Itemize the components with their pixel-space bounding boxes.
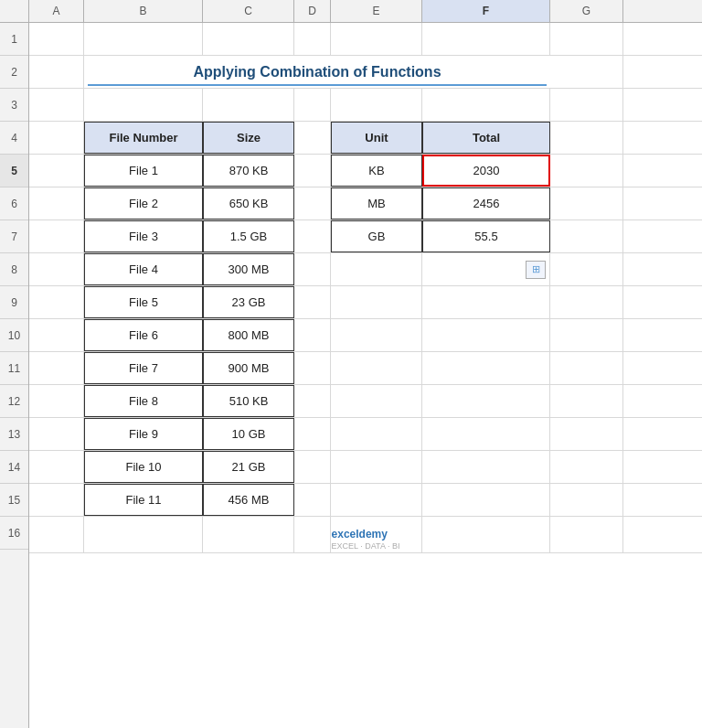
cell-b8[interactable]: File 4 — [84, 253, 203, 285]
cell-d9[interactable] — [294, 286, 331, 318]
cell-a8[interactable] — [29, 253, 84, 285]
cell-a15[interactable] — [29, 484, 84, 516]
cell-b11[interactable]: File 7 — [84, 352, 203, 384]
cell-d11[interactable] — [294, 352, 331, 384]
cell-b10[interactable]: File 6 — [84, 319, 203, 351]
cell-b6[interactable]: File 2 — [84, 187, 203, 219]
cell-g14[interactable] — [550, 451, 623, 483]
cell-c15[interactable]: 456 MB — [203, 484, 294, 516]
cell-d4[interactable] — [294, 122, 331, 154]
cell-b16[interactable] — [84, 517, 203, 552]
cell-c12[interactable]: 510 KB — [203, 385, 294, 417]
cell-f12[interactable] — [422, 385, 550, 417]
cell-a3[interactable] — [29, 89, 84, 121]
cell-c14[interactable]: 21 GB — [203, 451, 294, 483]
cell-g15[interactable] — [550, 484, 623, 516]
cell-g8[interactable] — [550, 253, 623, 285]
cell-a14[interactable] — [29, 451, 84, 483]
cell-g10[interactable] — [550, 319, 623, 351]
cell-f5[interactable]: 2030 — [422, 155, 550, 187]
cell-e10[interactable] — [331, 319, 422, 351]
cell-d6[interactable] — [294, 187, 331, 219]
cell-c6[interactable]: 650 KB — [203, 187, 294, 219]
cell-f1[interactable] — [422, 23, 550, 55]
cell-b9[interactable]: File 5 — [84, 286, 203, 318]
cell-a10[interactable] — [29, 319, 84, 351]
cell-f9[interactable] — [422, 286, 550, 318]
cell-b12[interactable]: File 8 — [84, 385, 203, 417]
cell-c9[interactable]: 23 GB — [203, 286, 294, 318]
cell-g13[interactable] — [550, 418, 623, 450]
cell-d16[interactable] — [294, 517, 331, 552]
cell-f16[interactable] — [422, 517, 550, 552]
cell-a6[interactable] — [29, 187, 84, 219]
cell-c10[interactable]: 800 MB — [203, 319, 294, 351]
cell-d7[interactable] — [294, 220, 331, 252]
cell-b3[interactable] — [84, 89, 203, 121]
cell-f15[interactable] — [422, 484, 550, 516]
cell-f6[interactable]: 2456 — [422, 187, 550, 219]
cell-g11[interactable] — [550, 352, 623, 384]
cell-b1[interactable] — [84, 23, 203, 55]
cell-c3[interactable] — [203, 89, 294, 121]
cell-e14[interactable] — [331, 451, 422, 483]
cell-d12[interactable] — [294, 385, 331, 417]
cell-g16[interactable] — [550, 517, 623, 552]
cell-e3[interactable] — [331, 89, 422, 121]
cell-b14[interactable]: File 10 — [84, 451, 203, 483]
cell-d8[interactable] — [294, 253, 331, 285]
cell-a5[interactable] — [29, 155, 84, 187]
cell-a7[interactable] — [29, 220, 84, 252]
cell-f3[interactable] — [422, 89, 550, 121]
cell-a4[interactable] — [29, 122, 84, 154]
cell-f13[interactable] — [422, 418, 550, 450]
cell-c5[interactable]: 870 KB — [203, 155, 294, 187]
cell-a16[interactable] — [29, 517, 84, 552]
cell-e1[interactable] — [331, 23, 422, 55]
cell-e15[interactable] — [331, 484, 422, 516]
cell-d13[interactable] — [294, 418, 331, 450]
cell-d14[interactable] — [294, 451, 331, 483]
cell-d1[interactable] — [294, 23, 331, 55]
cell-e5[interactable]: KB — [331, 155, 422, 187]
cell-g7[interactable] — [550, 220, 623, 252]
cell-d10[interactable] — [294, 319, 331, 351]
cell-d15[interactable] — [294, 484, 331, 516]
cell-g1[interactable] — [550, 23, 623, 55]
cell-f14[interactable] — [422, 451, 550, 483]
cell-b7[interactable]: File 3 — [84, 220, 203, 252]
cell-g9[interactable] — [550, 286, 623, 318]
cell-d3[interactable] — [294, 89, 331, 121]
cell-c16[interactable] — [203, 517, 294, 552]
cell-g6[interactable] — [550, 187, 623, 219]
cell-b13[interactable]: File 9 — [84, 418, 203, 450]
cell-f7[interactable]: 55.5 — [422, 220, 550, 252]
cell-a12[interactable] — [29, 385, 84, 417]
cell-g12[interactable] — [550, 385, 623, 417]
cell-f11[interactable] — [422, 352, 550, 384]
cell-c1[interactable] — [203, 23, 294, 55]
cell-f10[interactable] — [422, 319, 550, 351]
cell-a1[interactable] — [29, 23, 84, 55]
cell-g3[interactable] — [550, 89, 623, 121]
cell-e6[interactable]: MB — [331, 187, 422, 219]
cell-e11[interactable] — [331, 352, 422, 384]
quick-analysis-icon[interactable]: ⊞ — [526, 261, 546, 279]
cell-e8[interactable] — [331, 253, 422, 285]
cell-c8[interactable]: 300 MB — [203, 253, 294, 285]
cell-b15[interactable]: File 11 — [84, 484, 203, 516]
cell-a9[interactable] — [29, 286, 84, 318]
cell-a13[interactable] — [29, 418, 84, 450]
cell-e7[interactable]: GB — [331, 220, 422, 252]
cell-c11[interactable]: 900 MB — [203, 352, 294, 384]
cell-c13[interactable]: 10 GB — [203, 418, 294, 450]
cell-g4[interactable] — [550, 122, 623, 154]
cell-a2[interactable] — [29, 56, 84, 88]
cell-g5[interactable] — [550, 155, 623, 187]
cell-g2[interactable] — [550, 56, 623, 88]
cell-f8[interactable]: ⊞ — [422, 253, 550, 285]
cell-d5[interactable] — [294, 155, 331, 187]
cell-a11[interactable] — [29, 352, 84, 384]
cell-b5[interactable]: File 1 — [84, 155, 203, 187]
cell-e13[interactable] — [331, 418, 422, 450]
